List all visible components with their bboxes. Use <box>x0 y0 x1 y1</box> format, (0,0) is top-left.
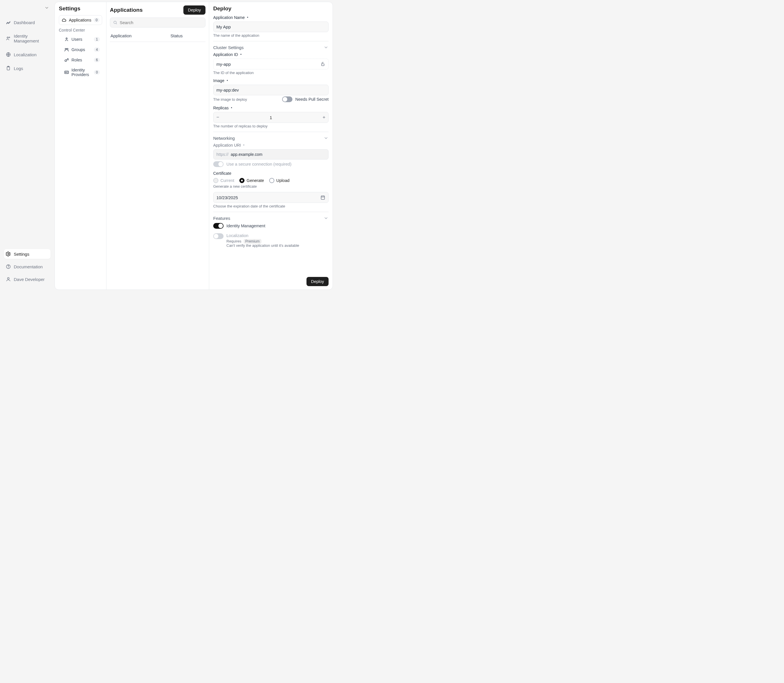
svg-point-11 <box>67 48 68 50</box>
settings-groups[interactable]: Groups 4 <box>62 45 102 54</box>
image-helper: The image to deploy <box>213 97 247 102</box>
app-name-label: Application Name <box>213 15 329 20</box>
svg-point-1 <box>9 37 10 38</box>
clipboard-icon <box>6 66 11 71</box>
chart-icon <box>6 20 11 25</box>
nav-label: Logs <box>14 66 23 71</box>
chevron-down-icon <box>324 45 329 50</box>
features-heading: Features <box>213 216 230 221</box>
app-id-value: my-app <box>216 62 231 67</box>
settings-roles[interactable]: Roles 6 <box>62 55 102 64</box>
settings-title: Settings <box>59 5 102 12</box>
col-status: Status <box>170 33 205 38</box>
settings-item-count: 0 <box>94 70 100 75</box>
radio-label: Current <box>220 178 234 183</box>
cert-helper: Generate a new certificate <box>213 184 329 189</box>
nav-settings[interactable]: Settings <box>4 249 51 259</box>
app-name-input[interactable] <box>213 21 329 32</box>
nav-logs[interactable]: Logs <box>4 63 51 73</box>
replicas-increment[interactable]: + <box>320 112 328 123</box>
deploy-submit-button[interactable]: Deploy <box>306 277 329 286</box>
chevron-down-icon <box>324 215 329 221</box>
svg-point-10 <box>65 48 67 50</box>
networking-heading: Networking <box>213 136 235 141</box>
svg-point-5 <box>8 253 9 255</box>
pull-secret-label: Needs Pull Secret <box>295 97 329 102</box>
svg-point-8 <box>8 277 9 279</box>
svg-rect-20 <box>321 196 325 199</box>
user-icon <box>64 37 69 42</box>
help-icon <box>6 264 11 269</box>
deploy-title: Deploy <box>213 5 329 12</box>
replicas-decrement[interactable]: − <box>213 112 222 123</box>
nav-identity[interactable]: Identity Management <box>4 31 51 46</box>
cert-generate-radio[interactable]: Generate <box>239 178 264 183</box>
sidebar-collapse-button[interactable] <box>43 3 51 13</box>
settings-idp[interactable]: Identity Providers 0 <box>62 66 102 79</box>
users-icon <box>6 36 11 41</box>
svg-point-14 <box>66 72 66 73</box>
nav-documentation[interactable]: Documentation <box>4 262 51 271</box>
svg-point-12 <box>65 60 67 61</box>
settings-applications[interactable]: Applications 0 <box>59 15 102 25</box>
nav-label: Localization <box>14 52 37 57</box>
cluster-heading: Cluster Settings <box>213 45 244 50</box>
identity-toggle[interactable] <box>213 223 224 229</box>
identity-label: Identity Management <box>226 224 265 228</box>
col-application: Application <box>111 33 170 38</box>
app-id-input[interactable]: my-app <box>213 59 329 69</box>
radio-icon <box>239 178 244 183</box>
control-center-label: Control Center <box>59 28 102 32</box>
uri-prefix: https:// <box>213 149 230 159</box>
uri-value: app.example.com <box>230 149 265 159</box>
settings-item-count: 4 <box>94 47 100 52</box>
settings-item-count: 1 <box>94 37 100 42</box>
unlock-icon[interactable] <box>320 61 325 67</box>
search-input[interactable] <box>120 20 202 25</box>
id-card-icon <box>64 70 69 75</box>
settings-item-label: Roles <box>71 58 82 62</box>
nav-dashboard[interactable]: Dashboard <box>4 18 51 27</box>
localization-label: Localization <box>226 233 299 238</box>
settings-users[interactable]: Users 1 <box>62 35 102 44</box>
settings-item-label: Applications <box>69 18 91 22</box>
group-icon <box>64 47 69 52</box>
app-name-helper: The name of the application <box>213 33 329 38</box>
key-icon <box>64 58 69 63</box>
person-icon <box>6 277 11 282</box>
nav-label: Settings <box>14 252 29 257</box>
search-icon <box>113 20 117 25</box>
gear-icon <box>6 252 11 257</box>
calendar-icon <box>320 195 325 200</box>
networking-section-toggle[interactable]: Networking <box>213 135 329 141</box>
nav-label: Dashboard <box>14 20 35 25</box>
radio-icon <box>213 178 218 183</box>
uri-label: Application URI <box>213 143 329 148</box>
chevron-down-icon <box>44 5 50 10</box>
features-section-toggle[interactable]: Features <box>213 215 329 221</box>
chevron-down-icon <box>324 135 329 141</box>
app-id-helper: The ID of the application <box>213 71 329 75</box>
localization-toggle <box>213 233 224 239</box>
secure-label: Use a secure connection (required) <box>226 162 291 167</box>
replicas-helper: The number of replicas to deploy <box>213 124 329 128</box>
localization-requires: Requires <box>226 239 241 243</box>
cert-current-radio: Current <box>213 178 234 183</box>
nav-user[interactable]: Dave Developer <box>4 274 51 284</box>
secure-toggle <box>213 161 224 167</box>
cert-upload-radio[interactable]: Upload <box>269 178 290 183</box>
uri-input[interactable]: https:// app.example.com <box>213 149 329 160</box>
svg-point-0 <box>7 37 9 38</box>
image-input[interactable] <box>213 85 329 95</box>
certificate-label: Certificate <box>213 171 329 176</box>
nav-localization[interactable]: Localization <box>4 50 51 59</box>
deploy-new-button[interactable]: Deploy <box>183 5 205 14</box>
search-box[interactable] <box>110 18 205 27</box>
cert-date-input[interactable]: 10/23/2025 <box>213 192 329 203</box>
pull-secret-toggle[interactable] <box>282 96 292 102</box>
cluster-section-toggle[interactable]: Cluster Settings <box>213 45 329 50</box>
cloud-icon <box>61 18 67 22</box>
apps-table-header: Application Status <box>110 31 205 42</box>
replicas-stepper[interactable]: − 1 + <box>213 112 329 123</box>
nav-label: Documentation <box>14 264 43 269</box>
